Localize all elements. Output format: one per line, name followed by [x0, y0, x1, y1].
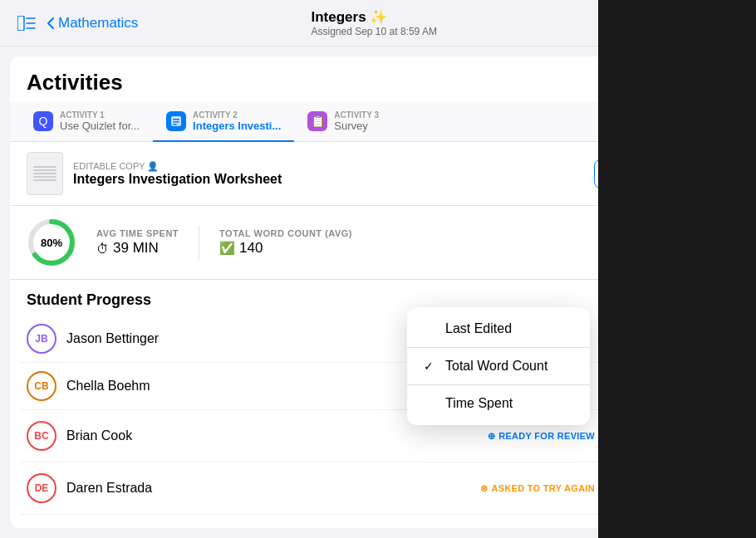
nav-subtitle: Assigned Sep 10 at 8:59 AM	[311, 26, 436, 37]
tab3-labels: ACTIVITY 3 Survey	[334, 110, 379, 132]
survey-icon: 📋	[307, 111, 327, 131]
avg-time-stat: AVG TIME SPENT ⏱ 39 MIN	[96, 228, 179, 257]
tab-activity-3[interactable]: 📋 ACTIVITY 3 Survey	[294, 102, 392, 142]
tab3-number: ACTIVITY 3	[334, 110, 379, 120]
last-edited-label: Last Edited	[445, 321, 512, 336]
tab2-labels: ACTIVITY 2 Integers Investi...	[193, 110, 281, 132]
avatar-cb: CB	[27, 371, 56, 401]
check-mark-icon: ✓	[424, 359, 437, 373]
student-name-bc: Brian Cook	[66, 428, 478, 443]
dropdown-item-time-spent[interactable]: Time Spent	[407, 387, 590, 420]
tab1-number: ACTIVITY 1	[60, 110, 140, 120]
back-label: Mathematics	[58, 15, 138, 32]
word-count-avg-value: ✅ 140	[219, 240, 352, 257]
worksheet-thumbnail	[27, 152, 63, 195]
student-progress-title: Student Progress	[27, 291, 151, 309]
tab1-labels: ACTIVITY 1 Use Quizlet for...	[60, 110, 140, 132]
avg-time-value: ⏱ 39 MIN	[96, 240, 179, 257]
try-again-icon: ⊛	[480, 483, 488, 494]
sort-dropdown-menu: Last Edited ✓ Total Word Count Time Spen…	[407, 307, 590, 425]
editable-copy-label: EDITABLE COPY 👤	[73, 161, 282, 172]
avatar-bc: BC	[27, 421, 56, 451]
status-badge-de: ⊛ ASKED TO TRY AGAIN	[480, 483, 595, 494]
time-spent-label: Time Spent	[445, 396, 513, 411]
svg-rect-10	[173, 121, 179, 123]
integers-icon	[166, 111, 186, 131]
tab-activity-1[interactable]: Q ACTIVITY 1 Use Quizlet for...	[20, 102, 153, 142]
dropdown-item-last-edited[interactable]: Last Edited	[407, 312, 590, 345]
tab2-number: ACTIVITY 2	[193, 110, 281, 120]
dropdown-divider2	[407, 384, 590, 385]
word-count-icon: ✅	[219, 241, 235, 256]
avatar-de: DE	[27, 473, 56, 503]
nav-left: Mathematics	[13, 10, 138, 37]
svg-rect-0	[17, 16, 24, 31]
word-count-avg-label: TOTAL WORD COUNT (AVG)	[219, 228, 352, 238]
progress-circle: 80%	[27, 218, 76, 267]
tab3-label: Survey	[334, 120, 367, 132]
sidebar-toggle-button[interactable]	[13, 10, 40, 37]
nav-center: Integers ✨ Assigned Sep 10 at 8:59 AM	[311, 8, 436, 37]
status-badge-bc: ⊕ READY FOR REVIEW	[488, 431, 595, 442]
right-panel	[598, 0, 756, 538]
svg-rect-11	[173, 124, 177, 125]
avatar-jb: JB	[27, 324, 56, 354]
word-count-stat: TOTAL WORD COUNT (AVG) ✅ 140	[219, 228, 352, 257]
quizlet-icon: Q	[33, 111, 53, 131]
worksheet-left: EDITABLE COPY 👤 Integers Investigation W…	[27, 152, 282, 195]
tab-activity-2[interactable]: ACTIVITY 2 Integers Investi...	[153, 102, 294, 142]
progress-label: 80%	[41, 237, 62, 249]
student-name-de: Daren Estrada	[66, 481, 470, 496]
dropdown-item-total-word-count[interactable]: ✓ Total Word Count	[407, 350, 590, 383]
worksheet-name: Integers Investigation Worksheet	[73, 172, 282, 187]
clock-icon: ⏱	[96, 242, 109, 256]
stat-divider	[199, 226, 199, 259]
nav-title: Integers ✨	[311, 8, 436, 26]
worksheet-info: EDITABLE COPY 👤 Integers Investigation W…	[73, 161, 282, 187]
avg-time-label: AVG TIME SPENT	[96, 228, 179, 238]
tab2-label: Integers Investi...	[193, 120, 281, 132]
dropdown-divider	[407, 347, 590, 348]
svg-rect-9	[173, 119, 179, 120]
ready-icon-bc: ⊕	[488, 431, 495, 442]
back-button[interactable]: Mathematics	[47, 15, 138, 32]
tab1-label: Use Quizlet for...	[60, 120, 140, 132]
total-word-count-label: Total Word Count	[445, 359, 547, 374]
